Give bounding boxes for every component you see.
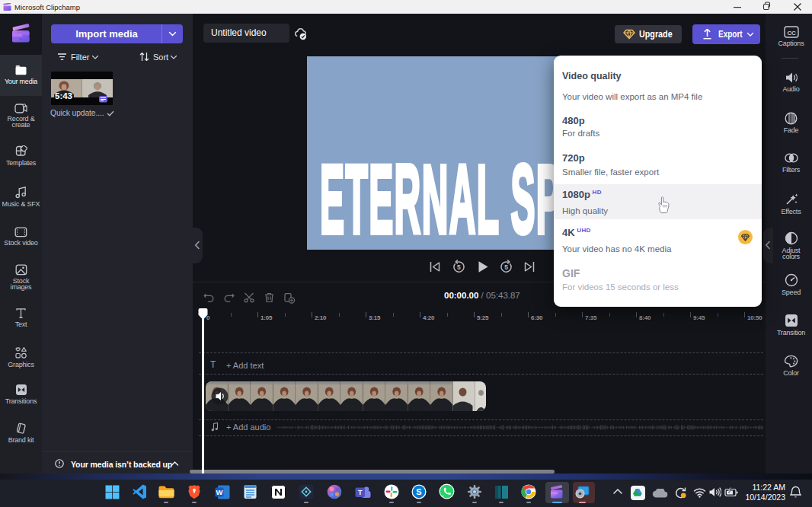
svg-text:W: W (216, 488, 223, 496)
svg-text:S: S (416, 487, 421, 496)
svg-text:5: 5 (457, 263, 461, 271)
svg-text:CC: CC (787, 30, 796, 37)
svg-text:T: T (357, 489, 362, 496)
svg-text:5: 5 (504, 263, 508, 271)
